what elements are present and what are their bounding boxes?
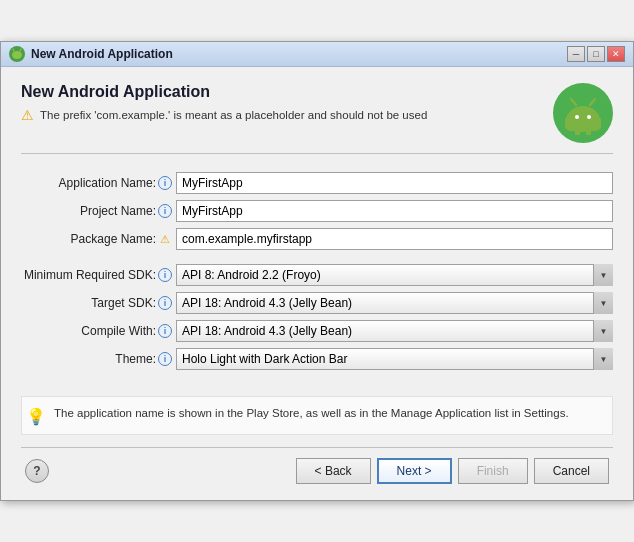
package-name-input[interactable] — [176, 228, 613, 250]
warning-text: The prefix 'com.example.' is meant as a … — [40, 109, 427, 121]
android-title-icon — [9, 46, 25, 62]
form-area: Application Name: i Project Name: i Pack… — [21, 164, 613, 384]
header-divider — [21, 153, 613, 154]
svg-rect-1 — [13, 53, 21, 58]
package-name-row: Package Name: ⚠ — [21, 228, 613, 250]
project-name-row: Project Name: i — [21, 200, 613, 222]
compile-with-label: Compile With: i — [21, 324, 176, 338]
finish-button[interactable]: Finish — [458, 458, 528, 484]
theme-label: Theme: i — [21, 352, 176, 366]
close-button[interactable]: ✕ — [607, 46, 625, 62]
bulb-icon: 💡 — [26, 407, 46, 426]
svg-point-7 — [587, 115, 591, 119]
svg-line-2 — [13, 49, 14, 51]
theme-select-wrapper: Holo Light with Dark Action Bar Holo Lig… — [176, 348, 613, 370]
min-sdk-row: Minimum Required SDK: i API 8: Android 2… — [21, 264, 613, 286]
target-sdk-label: Target SDK: i — [21, 296, 176, 310]
target-sdk-select-wrapper: API 14: Android 4.0 (ICS) API 16: Androi… — [176, 292, 613, 314]
target-sdk-info-icon[interactable]: i — [158, 296, 172, 310]
compile-with-row: Compile With: i API 14: Android 4.0 (ICS… — [21, 320, 613, 342]
svg-line-3 — [20, 49, 21, 51]
theme-info-icon[interactable]: i — [158, 352, 172, 366]
target-sdk-select[interactable]: API 14: Android 4.0 (ICS) API 16: Androi… — [176, 292, 613, 314]
info-section: 💡 The application name is shown in the P… — [21, 396, 613, 435]
header-row: New Android Application ⚠ The prefix 'co… — [21, 83, 613, 143]
title-bar-buttons: ─ □ ✕ — [567, 46, 625, 62]
svg-rect-10 — [565, 117, 570, 129]
package-name-label: Package Name: ⚠ — [21, 232, 176, 246]
min-sdk-select-wrapper: API 8: Android 2.2 (Froyo) API 14: Andro… — [176, 264, 613, 286]
main-content: New Android Application ⚠ The prefix 'co… — [1, 67, 633, 500]
nav-buttons: < Back Next > Finish Cancel — [296, 458, 609, 484]
header-left: New Android Application ⚠ The prefix 'co… — [21, 83, 543, 123]
svg-rect-13 — [586, 127, 591, 135]
cancel-button[interactable]: Cancel — [534, 458, 609, 484]
project-name-info-icon[interactable]: i — [158, 204, 172, 218]
project-name-input[interactable] — [176, 200, 613, 222]
info-text: The application name is shown in the Pla… — [54, 405, 569, 421]
compile-with-info-icon[interactable]: i — [158, 324, 172, 338]
app-name-info-icon[interactable]: i — [158, 176, 172, 190]
bottom-divider — [21, 447, 613, 448]
warning-row: ⚠ The prefix 'com.example.' is meant as … — [21, 107, 543, 123]
min-sdk-select[interactable]: API 8: Android 2.2 (Froyo) API 14: Andro… — [176, 264, 613, 286]
project-name-label: Project Name: i — [21, 204, 176, 218]
min-sdk-label: Minimum Required SDK: i — [21, 268, 176, 282]
svg-rect-5 — [567, 113, 599, 131]
svg-line-8 — [571, 99, 576, 105]
title-bar-left: New Android Application — [9, 46, 173, 62]
compile-with-select[interactable]: API 14: Android 4.0 (ICS) API 16: Androi… — [176, 320, 613, 342]
back-button[interactable]: < Back — [296, 458, 371, 484]
warning-icon: ⚠ — [21, 107, 34, 123]
svg-point-6 — [575, 115, 579, 119]
main-window: New Android Application ─ □ ✕ New Androi… — [0, 41, 634, 501]
page-title: New Android Application — [21, 83, 543, 101]
min-sdk-info-icon[interactable]: i — [158, 268, 172, 282]
minimize-button[interactable]: ─ — [567, 46, 585, 62]
svg-rect-12 — [575, 127, 580, 135]
app-name-row: Application Name: i — [21, 172, 613, 194]
package-warning-icon: ⚠ — [158, 232, 172, 246]
button-row: ? < Back Next > Finish Cancel — [21, 458, 613, 488]
target-sdk-row: Target SDK: i API 14: Android 4.0 (ICS) … — [21, 292, 613, 314]
app-name-input[interactable] — [176, 172, 613, 194]
next-button[interactable]: Next > — [377, 458, 452, 484]
svg-line-9 — [590, 99, 595, 105]
window-title: New Android Application — [31, 47, 173, 61]
theme-select[interactable]: Holo Light with Dark Action Bar Holo Lig… — [176, 348, 613, 370]
title-bar: New Android Application ─ □ ✕ — [1, 42, 633, 67]
app-name-label: Application Name: i — [21, 176, 176, 190]
help-button[interactable]: ? — [25, 459, 49, 483]
maximize-button[interactable]: □ — [587, 46, 605, 62]
theme-row: Theme: i Holo Light with Dark Action Bar… — [21, 348, 613, 370]
svg-rect-11 — [596, 117, 601, 129]
android-logo — [553, 83, 613, 143]
compile-with-select-wrapper: API 14: Android 4.0 (ICS) API 16: Androi… — [176, 320, 613, 342]
